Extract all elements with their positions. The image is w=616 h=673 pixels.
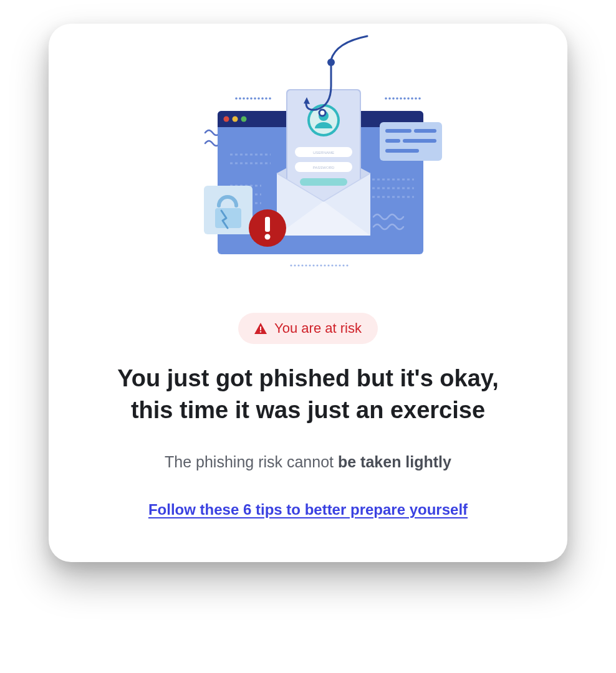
svg-point-11 [388,97,391,100]
svg-point-9 [269,97,271,100]
alert-badge-graphic [249,209,286,247]
svg-point-45 [331,264,333,266]
svg-point-8 [265,97,267,100]
risk-badge-label: You are at risk [274,320,362,336]
svg-point-38 [305,264,307,266]
svg-point-76 [260,331,261,332]
phishing-illustration: USERNAME PASSWORD [161,24,455,285]
svg-point-36 [297,264,299,266]
svg-point-35 [294,264,296,266]
svg-point-43 [324,264,325,266]
svg-point-17 [411,97,413,100]
svg-point-2 [243,97,245,100]
svg-rect-73 [265,217,270,232]
data-card-graphic [380,122,442,161]
svg-text:USERNAME: USERNAME [313,151,334,155]
svg-point-0 [235,97,238,100]
svg-point-1 [239,97,241,100]
subtext-bold: be taken lightly [338,453,451,470]
svg-point-40 [312,264,314,266]
lock-card-graphic [204,186,253,234]
svg-point-5 [254,97,256,100]
svg-point-34 [290,264,292,266]
risk-badge: You are at risk [238,313,378,344]
svg-point-12 [392,97,395,100]
svg-point-37 [301,264,303,266]
svg-point-14 [400,97,402,100]
svg-point-24 [233,117,238,122]
subtext-prefix: The phishing risk cannot [165,453,338,470]
svg-point-49 [346,264,348,266]
svg-point-44 [327,264,329,266]
svg-point-10 [385,97,387,100]
phishing-result-card: USERNAME PASSWORD [49,24,567,562]
svg-rect-59 [300,178,347,186]
svg-point-16 [407,97,410,100]
svg-point-13 [396,97,398,100]
svg-text:PASSWORD: PASSWORD [313,166,335,169]
svg-point-63 [319,110,325,116]
svg-point-74 [265,234,271,240]
svg-point-6 [257,97,260,100]
svg-point-7 [261,97,264,100]
svg-point-4 [250,97,253,100]
svg-point-41 [316,264,318,266]
svg-rect-65 [215,208,241,228]
svg-point-18 [415,97,417,100]
warning-triangle-icon [254,323,267,334]
tips-link[interactable]: Follow these 6 tips to better prepare yo… [148,501,468,518]
svg-point-42 [320,264,322,266]
svg-point-25 [241,117,247,122]
svg-point-46 [335,264,337,266]
svg-point-19 [418,97,421,100]
svg-point-23 [224,117,229,122]
svg-point-3 [246,97,249,100]
svg-point-39 [309,264,310,266]
svg-point-48 [342,264,344,266]
result-subtext: The phishing risk cannot be taken lightl… [165,453,451,471]
svg-rect-75 [260,327,261,330]
result-headline: You just got phished but it's okay, this… [108,363,508,427]
svg-point-47 [339,264,340,266]
svg-point-15 [403,97,406,100]
